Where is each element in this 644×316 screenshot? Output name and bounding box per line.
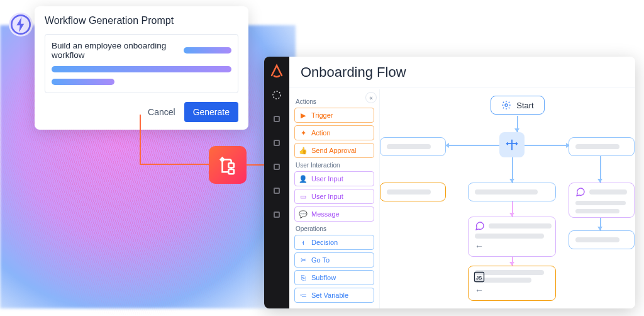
diagram-icon — [217, 154, 238, 176]
edge — [447, 145, 499, 146]
rail-item[interactable] — [270, 112, 284, 126]
svg-text:JS: JS — [476, 275, 482, 281]
palette-item-action[interactable]: ✦Action — [294, 125, 374, 140]
palette-item-label: Trigger — [311, 111, 333, 119]
variable-icon: ≔ — [299, 291, 308, 300]
editor-title: Onboarding Flow — [289, 57, 635, 87]
edge — [525, 145, 569, 146]
plus-icon: ✦ — [299, 128, 308, 137]
user-icon: 👤 — [299, 174, 308, 183]
start-node-label: Start — [516, 101, 533, 110]
palette-section-label: Operations — [296, 225, 373, 232]
signpost-icon — [505, 138, 519, 152]
subflow-icon: ⎘ — [299, 273, 308, 282]
start-node[interactable]: Start — [491, 96, 545, 115]
palette-item-label: Action — [311, 129, 331, 137]
message-node[interactable]: ← — [468, 217, 556, 257]
svg-point-4 — [273, 91, 280, 99]
palette-item-label: Set Variable — [311, 291, 348, 299]
chat-icon — [575, 187, 586, 197]
palette-item-label: Decision — [311, 239, 338, 246]
flow-node[interactable] — [380, 183, 446, 201]
palette-item-user-input[interactable]: ▭User Input — [294, 189, 374, 204]
svg-rect-2 — [228, 163, 234, 167]
palette-item-label: Send Approval — [311, 147, 357, 154]
rail-item[interactable] — [270, 184, 284, 198]
svg-rect-3 — [228, 169, 234, 174]
rail-item[interactable] — [270, 136, 284, 150]
chat-icon — [475, 221, 485, 231]
prompt-input-text: Build an employee onboarding workflow — [52, 41, 179, 60]
editor-rail — [264, 57, 289, 308]
prompt-title: Workflow Generation Prompt — [45, 15, 238, 26]
cancel-button[interactable]: Cancel — [145, 103, 178, 121]
rail-item[interactable] — [270, 160, 284, 174]
svg-point-5 — [505, 104, 508, 106]
flow-node[interactable] — [468, 183, 556, 201]
generate-button[interactable]: Generate — [184, 102, 238, 122]
gear-icon — [501, 100, 511, 110]
palette-item-message[interactable]: 💬Message — [294, 206, 374, 222]
rail-refresh-icon[interactable] — [270, 88, 284, 102]
diagram-tile — [209, 146, 247, 184]
workflow-prompt-dialog: Workflow Generation Prompt Build an empl… — [35, 6, 248, 130]
prompt-input[interactable]: Build an employee onboarding workflow — [45, 34, 238, 93]
palette-section-label: User Interaction — [296, 162, 373, 169]
back-arrow-icon: ← — [475, 285, 484, 295]
flow-node[interactable] — [569, 230, 635, 249]
flow-editor-window: Onboarding Flow « Actions ▶Trigger ✦Acti… — [264, 57, 635, 308]
placeholder-line — [52, 66, 231, 72]
flow-canvas[interactable]: Start ← ← — [380, 89, 635, 308]
message-node[interactable] — [569, 183, 635, 218]
palette-item-label: Subflow — [311, 274, 336, 281]
palette-section-label: Actions — [296, 98, 373, 105]
palette-item-user-input[interactable]: 👤User Input — [294, 171, 374, 186]
connector-line — [140, 115, 141, 164]
palette-item-label: User Input — [311, 175, 343, 183]
signpost-icon: ⫞ — [299, 238, 308, 247]
svg-point-1 — [221, 159, 223, 161]
placeholder-line — [52, 79, 114, 85]
palette-item-trigger[interactable]: ▶Trigger — [294, 108, 374, 123]
chat-icon: 💬 — [299, 210, 308, 218]
palette-item-send-approval[interactable]: 👍Send Approval — [294, 143, 374, 158]
flow-node[interactable] — [380, 137, 446, 156]
node-palette: « Actions ▶Trigger ✦Action 👍Send Approva… — [289, 89, 380, 308]
decision-node[interactable] — [499, 132, 525, 157]
js-icon: JS — [473, 271, 486, 283]
lightning-badge — [9, 13, 33, 37]
palette-item-label: Message — [311, 210, 340, 218]
scissors-icon: ✂ — [299, 256, 308, 264]
palette-item-label: Go To — [311, 256, 330, 264]
play-icon: ▶ — [299, 111, 308, 120]
thumbs-up-icon: 👍 — [299, 146, 308, 155]
palette-item-label: User Input — [311, 193, 343, 200]
connector-line — [140, 164, 209, 165]
palette-item-decision[interactable]: ⫞Decision — [294, 235, 374, 250]
palette-item-go-to[interactable]: ✂Go To — [294, 252, 374, 268]
palette-item-set-variable[interactable]: ≔Set Variable — [294, 288, 374, 303]
rail-item[interactable] — [270, 208, 284, 222]
app-logo-icon — [269, 63, 284, 78]
form-icon: ▭ — [299, 192, 308, 201]
placeholder-line — [184, 47, 231, 54]
palette-item-subflow[interactable]: ⎘Subflow — [294, 270, 374, 285]
back-arrow-icon: ← — [475, 241, 484, 251]
flow-node[interactable] — [569, 137, 635, 156]
lightning-icon — [11, 14, 31, 35]
palette-collapse-button[interactable]: « — [365, 92, 377, 103]
